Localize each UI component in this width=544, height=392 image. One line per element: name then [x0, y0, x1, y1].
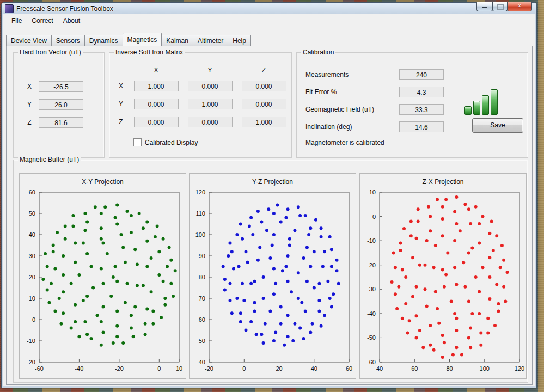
hard-iron-groupbox: Hard Iron Vector (uT) X -26.5 Y 26.0 Z 8… [13, 52, 105, 158]
close-icon: × [517, 2, 521, 10]
zx-projection-title: Z-X Projection [360, 178, 526, 186]
hard-iron-x-value[interactable]: -26.5 [39, 81, 83, 92]
soft-iron-grid: X Y Z X 1.000 0.000 0.000 Y 0.000 1.000 … [113, 64, 291, 131]
signal-bar [464, 106, 472, 115]
svg-text:10: 10 [29, 295, 35, 302]
svg-text:60: 60 [411, 365, 418, 372]
soft-iron-cell-xx[interactable]: 1.000 [134, 81, 179, 91]
hard-iron-z-value[interactable]: 81.6 [39, 117, 83, 128]
svg-text:10: 10 [176, 365, 182, 372]
soft-iron-col-y: Y [207, 66, 212, 74]
titlebar[interactable]: Freescale Sensor Fusion Toolbox × [2, 3, 536, 14]
hard-iron-z-label: Z [27, 119, 31, 126]
chart-panel-xy: -60-40-20010-20-100102030405060 X-Y Proj… [19, 173, 186, 379]
yz-projection-chart: -200204060405060708090100110120 [190, 174, 356, 378]
soft-iron-cell-yz[interactable]: 0.000 [242, 99, 286, 109]
soft-iron-row-x: X [119, 82, 123, 90]
soft-iron-cell-xy[interactable]: 0.000 [188, 81, 233, 91]
svg-text:40: 40 [199, 359, 205, 365]
svg-text:-40: -40 [75, 365, 83, 372]
calibrated-display-checkbox[interactable] [133, 138, 142, 146]
tab-dynamics[interactable]: Dynamics [84, 35, 123, 46]
svg-text:30: 30 [29, 253, 35, 259]
svg-text:80: 80 [199, 274, 205, 280]
svg-text:-10: -10 [27, 338, 35, 344]
close-button[interactable]: × [507, 2, 532, 11]
svg-text:-50: -50 [367, 334, 376, 341]
soft-iron-col-z: Z [262, 66, 266, 74]
menubar: File Correct About [3, 14, 535, 27]
client-area: File Correct About Device View Sensors D… [3, 14, 535, 386]
soft-iron-title: Inverse Soft Iron Matrix [114, 48, 185, 56]
svg-text:50: 50 [199, 338, 205, 344]
svg-text:110: 110 [195, 210, 205, 217]
app-window: Freescale Sensor Fusion Toolbox × File C… [1, 2, 537, 388]
tab-help[interactable]: Help [228, 35, 251, 46]
soft-iron-row-z: Z [119, 118, 123, 126]
hard-iron-y-value[interactable]: 26.0 [39, 99, 83, 110]
tab-sensors[interactable]: Sensors [51, 35, 85, 46]
svg-text:50: 50 [29, 210, 35, 217]
svg-text:120: 120 [195, 189, 205, 195]
svg-text:20: 20 [276, 365, 282, 372]
soft-iron-cell-zz[interactable]: 1.000 [242, 117, 286, 127]
svg-text:-20: -20 [205, 365, 213, 372]
signal-strength-icon [464, 89, 500, 115]
calibration-grid: Measurements 240 Fit Error % 4.3 Geomagn… [305, 69, 449, 132]
soft-iron-cell-zy[interactable]: 0.000 [188, 117, 233, 127]
soft-iron-col-x: X [154, 66, 158, 74]
yz-projection-title: Y-Z Projection [190, 178, 356, 186]
svg-text:90: 90 [199, 253, 205, 259]
maximize-button[interactable] [492, 2, 508, 11]
soft-iron-groupbox: Inverse Soft Iron Matrix X Y Z X 1.000 0… [109, 52, 292, 158]
hard-iron-grid: X -26.5 Y 26.0 Z 81.6 [20, 81, 89, 128]
measurements-value[interactable]: 240 [399, 69, 444, 80]
svg-text:40: 40 [29, 231, 35, 238]
soft-iron-cell-xz[interactable]: 0.000 [242, 81, 286, 91]
tabstrip: Device View Sensors Dynamics Magnetics K… [6, 34, 250, 46]
magnetic-buffer-groupbox: Magnetic Buffer (uT) -60-40-20010-20-100… [13, 160, 528, 383]
svg-text:-20: -20 [367, 262, 376, 268]
soft-iron-cell-yx[interactable]: 0.000 [134, 99, 179, 109]
measurements-label: Measurements [305, 71, 399, 78]
inclination-value[interactable]: 14.6 [399, 121, 444, 132]
svg-text:-60: -60 [35, 365, 44, 372]
tab-magnetics[interactable]: Magnetics [123, 33, 162, 46]
minimize-button[interactable] [476, 2, 493, 11]
minimize-icon [482, 7, 487, 8]
window-title: Freescale Sensor Fusion Toolbox [16, 5, 113, 13]
svg-text:60: 60 [199, 316, 205, 323]
svg-text:60: 60 [346, 365, 352, 372]
svg-text:-30: -30 [367, 286, 376, 292]
geomagnetic-field-value[interactable]: 33.3 [399, 104, 444, 115]
calibration-groupbox: Calibration Measurements 240 Fit Error %… [296, 52, 528, 158]
menu-correct[interactable]: Correct [27, 15, 58, 27]
calibrated-display-label: Calibrated Display [145, 139, 198, 146]
svg-text:100: 100 [480, 365, 490, 372]
tab-kalman[interactable]: Kalman [161, 35, 193, 46]
window-controls: × [477, 2, 532, 11]
svg-text:-20: -20 [115, 365, 124, 372]
menu-about[interactable]: About [58, 15, 85, 27]
magnetic-buffer-title: Magnetic Buffer (uT) [18, 156, 81, 163]
save-button[interactable]: Save [472, 118, 523, 133]
tab-altimeter[interactable]: Altimeter [193, 35, 228, 46]
soft-iron-row-y: Y [119, 100, 123, 108]
fit-error-value[interactable]: 4.3 [399, 87, 444, 97]
signal-bar [482, 95, 489, 115]
zx-projection-chart: 406080100120-60-50-40-30-20-10010 [360, 174, 526, 378]
soft-iron-cell-yy[interactable]: 1.000 [188, 99, 233, 109]
soft-iron-cell-zx[interactable]: 0.000 [134, 117, 179, 127]
signal-bar [473, 101, 480, 115]
svg-text:40: 40 [376, 365, 383, 372]
calibrated-display-row: Calibrated Display [133, 138, 198, 146]
hard-iron-y-label: Y [27, 101, 32, 108]
xy-projection-title: X-Y Projection [20, 178, 186, 186]
menu-file[interactable]: File [7, 15, 27, 27]
svg-text:80: 80 [446, 365, 453, 372]
hard-iron-title: Hard Iron Vector (uT) [18, 48, 83, 56]
tab-device-view[interactable]: Device View [6, 35, 52, 46]
geomagnetic-field-label: Geomagnetic Field (uT) [305, 106, 399, 113]
maximize-icon [497, 4, 504, 10]
svg-text:-10: -10 [367, 237, 376, 244]
